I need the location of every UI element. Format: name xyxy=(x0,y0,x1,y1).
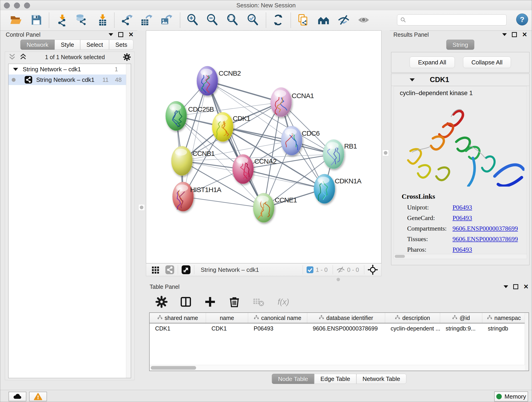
import-network-from-database-button[interactable] xyxy=(74,13,89,28)
open-file-button[interactable] xyxy=(8,13,23,28)
tree-scrollbar[interactable] xyxy=(126,64,131,378)
warnings-button[interactable] xyxy=(29,392,47,401)
panel-menu-icon[interactable] xyxy=(502,33,507,36)
help-button[interactable]: ? xyxy=(516,13,528,26)
tab-node-table[interactable]: Node Table xyxy=(272,374,314,384)
close-panel-icon[interactable]: ✕ xyxy=(523,284,529,290)
import-network-from-file-button[interactable] xyxy=(55,13,70,28)
table-cell[interactable]: CDK1 xyxy=(150,325,206,332)
zoom-selected-button[interactable] xyxy=(246,13,260,28)
zoom-in-button[interactable] xyxy=(185,13,200,28)
column-header-canonical-name[interactable]: canonical name xyxy=(248,313,307,323)
node-CDKN1A[interactable] xyxy=(314,174,335,204)
node-CDC6[interactable] xyxy=(281,126,302,155)
node-CCNB2[interactable] xyxy=(197,66,218,96)
column-header-shared-name[interactable]: shared name xyxy=(150,313,206,323)
table-vertical-scrollbar[interactable] xyxy=(525,313,529,370)
refresh-network-button[interactable] xyxy=(271,13,285,28)
tab-edge-table[interactable]: Edge Table xyxy=(314,374,356,384)
collapse-all-button[interactable]: Collapse All xyxy=(463,57,511,68)
crosslink-link[interactable]: P06493 xyxy=(452,204,472,211)
float-panel-icon[interactable] xyxy=(512,32,517,37)
tab-sets[interactable]: Sets xyxy=(109,40,133,50)
close-panel-icon[interactable]: ✕ xyxy=(522,32,527,38)
crosslink-link[interactable]: P06493 xyxy=(452,246,472,253)
edge-HIST1H1A-CCNE1[interactable] xyxy=(183,197,264,208)
network-canvas[interactable]: CCNB2CCNA1CDC25BCDK1CDC6RB1CCNB1CCNA2CDK… xyxy=(146,31,381,263)
cloud-button[interactable] xyxy=(8,392,26,401)
gene-details-scrollbar[interactable] xyxy=(394,254,527,259)
first-neighbors-button[interactable] xyxy=(316,13,331,28)
export-table-button[interactable] xyxy=(139,13,153,28)
scrollbar-thumb[interactable] xyxy=(151,366,196,370)
edge-CCNB2-HIST1H1A[interactable] xyxy=(183,81,207,197)
birdseye-icon[interactable] xyxy=(367,264,378,275)
network-graph[interactable]: CCNB2CCNA1CDC25BCDK1CDC6RB1CCNB1CCNA2CDK… xyxy=(146,31,381,263)
table-horizontal-scrollbar[interactable] xyxy=(150,365,525,370)
search-input[interactable] xyxy=(408,17,506,23)
edge-CCNB2-CCNA1[interactable] xyxy=(207,81,281,102)
tab-network[interactable]: Network xyxy=(20,40,55,50)
bottom-splitter[interactable] xyxy=(146,276,381,283)
table-settings-button[interactable] xyxy=(154,295,169,310)
table-cell[interactable]: P06493 xyxy=(248,325,307,332)
add-column-button[interactable] xyxy=(203,295,217,310)
grid-view-icon[interactable] xyxy=(151,265,160,274)
table-cell[interactable]: stringdb xyxy=(482,325,526,332)
node-CCNE1[interactable] xyxy=(253,193,274,223)
delete-column-button[interactable] xyxy=(227,295,242,310)
panel-menu-icon[interactable] xyxy=(109,33,113,36)
external-window-icon[interactable] xyxy=(181,265,191,274)
column-header-description[interactable]: description xyxy=(385,313,440,323)
column-header-namespac[interactable]: namespac xyxy=(482,313,526,323)
network-collection-row[interactable]: String Network – cdk1 1 xyxy=(8,64,131,75)
expand-all-icon[interactable] xyxy=(19,53,27,61)
expand-all-button[interactable]: Expand All xyxy=(410,57,455,68)
memory-button[interactable]: Memory xyxy=(494,391,528,402)
fit-content-button[interactable] xyxy=(225,13,240,28)
split-columns-button[interactable] xyxy=(178,295,193,310)
export-network-button[interactable] xyxy=(119,13,134,28)
crosslink-link[interactable]: 9606.ENSP00000378699 xyxy=(452,225,518,232)
edge-CCNA2-CDKN1A[interactable] xyxy=(243,169,324,189)
left-splitter[interactable] xyxy=(137,31,146,382)
left-splitter-handle[interactable] xyxy=(138,204,145,211)
selected-checkbox-icon[interactable] xyxy=(306,266,314,274)
network-view-share-icon[interactable] xyxy=(165,265,175,274)
duplicate-network-button[interactable] xyxy=(296,13,310,28)
tab-style[interactable]: Style xyxy=(55,40,80,50)
node-CCNA1[interactable] xyxy=(271,88,292,117)
close-panel-icon[interactable]: ✕ xyxy=(128,32,133,38)
collection-expand-icon[interactable] xyxy=(13,68,18,71)
network-row[interactable]: String Network – cdk1 11 48 xyxy=(8,75,131,85)
node-CDC25B[interactable] xyxy=(166,101,187,131)
table-cell[interactable]: cyclin-dependent ... xyxy=(385,325,440,332)
table-row[interactable]: CDK1CDK1P064939606.ENSP00000378699cyclin… xyxy=(150,323,529,333)
zoom-out-button[interactable] xyxy=(205,13,220,28)
table-cell[interactable]: CDK1 xyxy=(206,325,248,332)
float-panel-icon[interactable] xyxy=(513,284,518,289)
gear-icon[interactable] xyxy=(123,53,131,61)
tab-select[interactable]: Select xyxy=(80,40,109,50)
save-session-button[interactable] xyxy=(29,13,44,28)
node-CDK1[interactable] xyxy=(212,112,233,142)
table-cell[interactable]: 9606.ENSP00000378699 xyxy=(307,325,385,332)
crosslink-link[interactable]: P06493 xyxy=(452,214,472,222)
node-CCNB1[interactable] xyxy=(171,146,192,176)
float-panel-icon[interactable] xyxy=(118,32,123,37)
table-cell[interactable]: stringdb:9... xyxy=(440,325,482,332)
tab-string[interactable]: String xyxy=(446,40,474,50)
bottom-splitter-handle[interactable] xyxy=(336,278,340,281)
node-RB1[interactable] xyxy=(323,140,344,169)
panel-menu-icon[interactable] xyxy=(504,285,508,288)
node-CCNA2[interactable] xyxy=(233,154,254,184)
column-header--id[interactable]: @id xyxy=(440,313,482,323)
collapse-all-icon[interactable] xyxy=(8,53,16,61)
search-box[interactable] xyxy=(397,14,507,26)
column-header-name[interactable]: name xyxy=(206,313,248,323)
column-header-database-identifier[interactable]: database identifier xyxy=(307,313,385,323)
right-splitter-handle[interactable] xyxy=(382,150,389,156)
gene-section-header[interactable]: CDK1 xyxy=(391,74,529,86)
crosslink-link[interactable]: 9606.ENSP00000378699 xyxy=(452,235,518,243)
export-image-button[interactable] xyxy=(159,13,173,28)
